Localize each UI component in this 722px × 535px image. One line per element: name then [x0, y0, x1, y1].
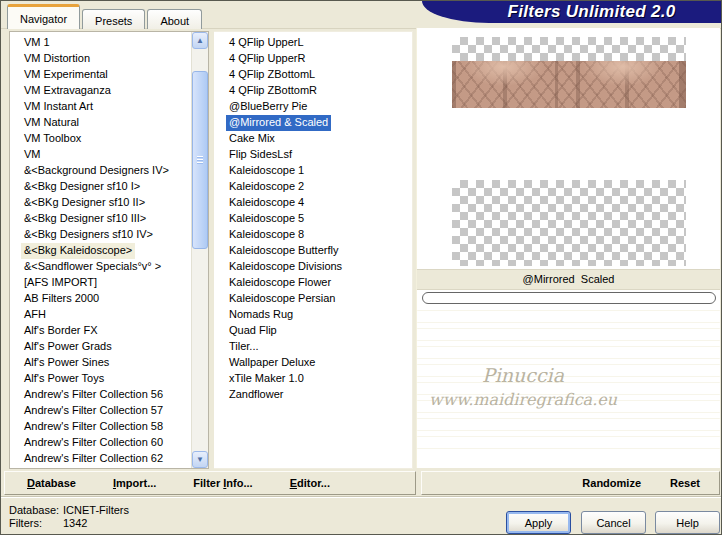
apply-button[interactable]: Apply: [506, 511, 571, 534]
filter-list-item[interactable]: Kaleidoscope 4: [229, 195, 410, 211]
category-list-item[interactable]: Andrew's Filter Collection 62: [24, 451, 189, 467]
filter-list-item[interactable]: Kaleidoscope Divisions: [229, 259, 410, 275]
filters-unlimited-dialog: Navigator Presets About Filters Unlimite…: [0, 0, 722, 535]
category-list-item[interactable]: VM Experimental: [24, 67, 189, 83]
category-list-item[interactable]: &<Sandflower Specials°v° >: [24, 259, 189, 275]
category-list-item[interactable]: Alf's Border FX: [24, 323, 189, 339]
category-list-item[interactable]: VM: [24, 147, 189, 163]
scrollbar-track[interactable]: [192, 49, 208, 451]
category-list-item[interactable]: &<Bkg Kaleidoscope>: [21, 243, 135, 259]
category-list-item[interactable]: Alf's Power Toys: [24, 371, 189, 387]
cancel-button[interactable]: Cancel: [581, 511, 646, 534]
watermark: Pinuccia www.maidiregrafica.eu: [417, 362, 629, 411]
category-list-item[interactable]: VM Instant Art: [24, 99, 189, 115]
filter-list-item[interactable]: Kaleidoscope Flower: [229, 275, 410, 291]
filter-list-item[interactable]: Kaleidoscope 8: [229, 227, 410, 243]
filter-list-item[interactable]: Cake Mix: [229, 131, 410, 147]
transparency-checkerboard: [452, 180, 686, 266]
tab-about[interactable]: About: [147, 9, 202, 29]
filter-list-item[interactable]: Kaleidoscope 2: [229, 179, 410, 195]
category-list-item[interactable]: &<Bkg Designer sf10 I>: [24, 179, 189, 195]
category-list-item[interactable]: Andrew's Filter Collection 57: [24, 403, 189, 419]
category-list-item[interactable]: &<Bkg Designers sf10 IV>: [24, 227, 189, 243]
filter-list-item[interactable]: Kaleidoscope Butterfly: [229, 243, 410, 259]
category-list-item[interactable]: VM Extravaganza: [24, 83, 189, 99]
toolbar-right: Randomize Reset: [421, 471, 720, 495]
transparency-checkerboard: [452, 37, 686, 61]
category-list-item[interactable]: Andrew's Filter Collection 58: [24, 419, 189, 435]
watermark-line2: www.maidiregrafica.eu: [417, 389, 629, 411]
category-list-item[interactable]: Alf's Power Sines: [24, 355, 189, 371]
category-list-item[interactable]: AB Filters 2000: [24, 291, 189, 307]
category-list-item[interactable]: VM Distortion: [24, 51, 189, 67]
category-list-item[interactable]: VM Toolbox: [24, 131, 189, 147]
filter-list-item[interactable]: Tiler...: [229, 339, 410, 355]
import-button[interactable]: Import...: [113, 477, 156, 489]
tab-navigator[interactable]: Navigator: [7, 4, 80, 29]
category-list-item[interactable]: &<Bkg Designer sf10 III>: [24, 211, 189, 227]
category-listbox[interactable]: VM 1VM DistortionVM ExperimentalVM Extra…: [9, 31, 209, 469]
filters-value: 1342: [63, 517, 87, 530]
filter-list-item[interactable]: Quad Flip: [229, 323, 410, 339]
category-list-item[interactable]: VM 1: [24, 35, 189, 51]
filter-list-item[interactable]: Flip SidesLsf: [229, 147, 410, 163]
database-label: Database:: [9, 504, 63, 517]
parameter-row: [417, 346, 720, 359]
filter-list-item[interactable]: @Mirrored & Scaled: [226, 115, 331, 131]
tab-presets[interactable]: Presets: [82, 9, 145, 29]
category-list-item[interactable]: &<BKg Designer sf10 II>: [24, 195, 189, 211]
category-list-item[interactable]: VM Natural: [24, 115, 189, 131]
parameter-row: [417, 310, 720, 323]
editor-button[interactable]: Editor...: [290, 477, 330, 489]
category-list-item[interactable]: [AFS IMPORT]: [24, 275, 189, 291]
filter-list-item[interactable]: xTile Maker 1.0: [229, 371, 410, 387]
parameter-slider[interactable]: [422, 292, 716, 304]
scrollbar-thumb[interactable]: [192, 71, 208, 249]
filter-preview-image: [452, 61, 686, 108]
filter-listbox[interactable]: 4 QFlip UpperL4 QFlip UpperR4 QFlip ZBot…: [214, 31, 413, 469]
filter-list: 4 QFlip UpperL4 QFlip UpperR4 QFlip ZBot…: [214, 32, 412, 403]
filter-info-button[interactable]: Filter Info...: [193, 477, 252, 489]
page-title: Filters Unlimited 2.0: [422, 1, 721, 23]
category-list-item[interactable]: Andrew's Filter Collection 60: [24, 435, 189, 451]
filter-list-item[interactable]: 4 QFlip ZBottomR: [229, 83, 410, 99]
preview-panel: @Mirrored Scaled Pinuccia www.maidiregra…: [416, 28, 720, 468]
category-list-item[interactable]: &<Background Designers IV>: [24, 163, 189, 179]
filter-list-item[interactable]: Zandflower: [229, 387, 410, 403]
category-list: VM 1VM DistortionVM ExperimentalVM Extra…: [10, 32, 191, 468]
category-list-item[interactable]: Alf's Power Grads: [24, 339, 189, 355]
watermark-line1: Pinuccia: [417, 362, 629, 389]
filter-list-item[interactable]: @BlueBerry Pie: [229, 99, 410, 115]
filter-list-item[interactable]: 4 QFlip UpperR: [229, 51, 410, 67]
selected-filter-label: @Mirrored Scaled: [417, 269, 720, 290]
tab-strip: Navigator Presets About: [7, 4, 204, 29]
reset-button[interactable]: Reset: [670, 477, 700, 489]
filter-list-item[interactable]: 4 QFlip UpperL: [229, 35, 410, 51]
filter-list-item[interactable]: Wallpaper Deluxe: [229, 355, 410, 371]
filter-list-item[interactable]: 4 QFlip ZBottomL: [229, 67, 410, 83]
toolbar-left: Database Import... Filter Info... Editor…: [4, 471, 416, 495]
parameter-row: [417, 436, 720, 449]
scroll-down-icon[interactable]: ▼: [192, 451, 208, 468]
parameter-row: [417, 418, 720, 431]
parameter-row: [417, 328, 720, 341]
filter-list-item[interactable]: Kaleidoscope 1: [229, 163, 410, 179]
category-scrollbar[interactable]: ▲ ▼: [191, 32, 208, 468]
filter-list-item[interactable]: Nomads Rug: [229, 307, 410, 323]
filters-label: Filters:: [9, 517, 63, 530]
scroll-up-icon[interactable]: ▲: [192, 32, 208, 49]
category-list-item[interactable]: AFH: [24, 307, 189, 323]
database-button[interactable]: Database: [27, 477, 76, 489]
help-button[interactable]: Help: [655, 511, 720, 534]
status-divider: [1, 496, 721, 498]
status-area: Database: ICNET-Filters Filters: 1342: [9, 504, 129, 530]
randomize-button[interactable]: Randomize: [582, 477, 641, 489]
filter-list-item[interactable]: Kaleidoscope Persian: [229, 291, 410, 307]
database-value: ICNET-Filters: [63, 504, 129, 517]
filter-list-item[interactable]: Kaleidoscope 5: [229, 211, 410, 227]
category-list-item[interactable]: Andrew's Filter Collection 56: [24, 387, 189, 403]
